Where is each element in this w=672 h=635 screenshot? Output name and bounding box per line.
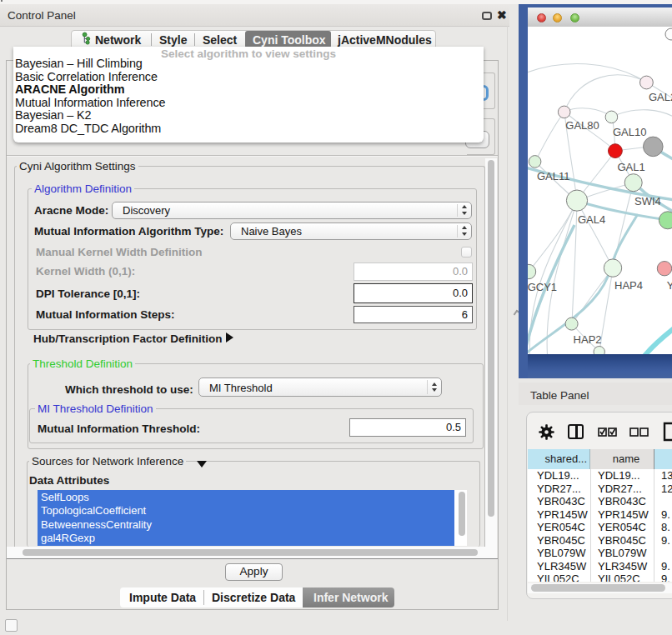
svg-text:Y: Y (667, 279, 672, 292)
svg-text:HAP4: HAP4 (614, 279, 643, 292)
svg-text:GAL10: GAL10 (613, 126, 646, 138)
svg-text:HAP2: HAP2 (574, 333, 602, 346)
svg-text:SWI4: SWI4 (634, 195, 661, 208)
svg-text:GAL11: GAL11 (537, 170, 570, 182)
svg-text:GAL80: GAL80 (565, 119, 599, 132)
svg-text:GAL2: GAL2 (649, 91, 672, 103)
svg-text:GAL1: GAL1 (618, 161, 645, 173)
svg-text:GAL4: GAL4 (578, 213, 605, 226)
svg-text:GCY1: GCY1 (528, 281, 557, 293)
